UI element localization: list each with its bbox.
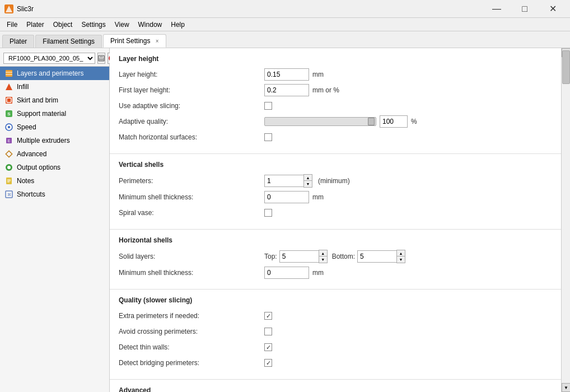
sidebar-item-notes[interactable]: Notes (0, 174, 109, 188)
perimeters-spinner: ▲ ▼ (264, 174, 312, 188)
layer-height-input[interactable] (264, 68, 309, 81)
section-quality-title: Quality (slower slicing) (119, 296, 552, 304)
scrollbar-down-arrow[interactable]: ▼ (562, 383, 570, 392)
top-layers-input[interactable] (279, 250, 319, 263)
menu-file[interactable]: File (2, 20, 22, 30)
titlebar-left: Slic3r (4, 4, 34, 13)
detect-bridging-checkbox[interactable] (264, 359, 272, 367)
sidebar-label-layers: Layers and perimeters (17, 69, 83, 77)
bottom-layers-group: Bottom: ▲ ▼ (332, 250, 405, 263)
vshell-min-thickness-input[interactable] (264, 191, 309, 203)
top-down-btn[interactable]: ▼ (319, 256, 327, 263)
avoid-crossing-control (264, 328, 272, 335)
vshell-min-thickness-control: mm (264, 191, 324, 203)
spiral-vase-control (264, 209, 272, 217)
sidebar-item-infill[interactable]: Infill (0, 80, 109, 94)
tab-close-icon[interactable]: × (156, 38, 159, 44)
detect-bridging-row: Detect bridging perimeters: (119, 357, 552, 369)
svg-text:S: S (7, 111, 11, 116)
tab-print-settings[interactable]: Print Settings × (103, 34, 166, 48)
tabs-bar: Plater Filament Settings Print Settings … (0, 31, 570, 48)
sidebar-item-skirt[interactable]: Skirt and brim (0, 94, 109, 107)
scrollbar[interactable]: ▲ ▼ (561, 48, 570, 392)
close-button[interactable]: ✕ (540, 1, 566, 17)
adaptive-slicing-row: Use adaptive slicing: (119, 100, 552, 112)
sidebar-item-advanced[interactable]: Advanced (0, 147, 109, 161)
sidebar-item-speed[interactable]: Speed (0, 120, 109, 134)
maximize-button[interactable]: □ (512, 1, 538, 17)
tab-filament[interactable]: Filament Settings (35, 35, 102, 48)
section-layer-height: Layer height Layer height: mm First laye… (110, 48, 561, 154)
match-horizontal-checkbox[interactable] (264, 133, 272, 141)
svg-rect-18 (6, 151, 12, 157)
section-advanced-title: Advanced (119, 386, 552, 392)
avoid-crossing-checkbox[interactable] (264, 328, 272, 335)
menu-view[interactable]: View (110, 20, 134, 30)
svg-point-15 (8, 126, 10, 128)
shortcuts-icon: ⌘ (4, 190, 13, 199)
menu-settings[interactable]: Settings (77, 20, 110, 30)
adaptive-quality-input[interactable] (380, 115, 408, 128)
svg-point-20 (7, 166, 11, 169)
svg-marker-0 (6, 6, 12, 12)
adaptive-slicing-control (264, 102, 272, 110)
minimize-button[interactable]: — (484, 1, 510, 17)
titlebar: Slic3r — □ ✕ (0, 0, 570, 18)
menu-object[interactable]: Object (49, 20, 77, 30)
section-quality: Quality (slower slicing) Extra perimeter… (110, 290, 561, 380)
notes-icon (4, 176, 13, 185)
bottom-up-btn[interactable]: ▲ (397, 250, 405, 256)
bottom-down-btn[interactable]: ▼ (397, 256, 405, 263)
profile-dropdown[interactable]: RF1000_PLA300_200_05_ (3, 53, 95, 64)
perimeters-down-btn[interactable]: ▼ (304, 181, 312, 187)
content-area: Layer height Layer height: mm First laye… (110, 48, 561, 392)
perimeters-input[interactable] (264, 175, 303, 187)
spiral-vase-checkbox[interactable] (264, 209, 272, 217)
hshell-min-thickness-input[interactable] (264, 267, 309, 279)
perimeters-unit: (minimum) (318, 177, 350, 185)
extra-perimeters-row: Extra perimeters if needed: (119, 310, 552, 322)
layers-icon (4, 69, 13, 78)
profile-save-button[interactable] (97, 53, 105, 64)
menu-help[interactable]: Help (166, 20, 189, 30)
content-inner: Layer height Layer height: mm First laye… (110, 48, 561, 392)
adaptive-quality-slider[interactable] (264, 117, 376, 126)
slider-thumb (368, 118, 375, 125)
menu-window[interactable]: Window (134, 20, 167, 30)
sidebar-label-advanced: Advanced (17, 150, 46, 158)
section-vertical-shells: Vertical shells Perimeters: ▲ ▼ (110, 154, 561, 230)
sidebar-item-extruders[interactable]: E Multiple extruders (0, 134, 109, 147)
spiral-vase-label: Spiral vase: (119, 209, 264, 217)
sidebar-item-shortcuts[interactable]: ⌘ Shortcuts (0, 188, 109, 201)
adaptive-slicing-checkbox[interactable] (264, 102, 272, 110)
perimeters-row: Perimeters: ▲ ▼ (minimum) (119, 174, 552, 188)
layer-height-row: Layer height: mm (119, 68, 552, 81)
hshell-min-thickness-control: mm (264, 267, 324, 279)
tab-plater[interactable]: Plater (2, 35, 34, 48)
top-layers-spinner: ▲ ▼ (279, 250, 328, 263)
detect-thin-checkbox[interactable] (264, 343, 272, 351)
extra-perimeters-checkbox[interactable] (264, 312, 272, 320)
first-layer-height-unit: mm or % (312, 86, 339, 94)
app-icon (4, 4, 13, 13)
sidebar-item-support[interactable]: S Support material (0, 107, 109, 120)
menu-plater[interactable]: Plater (22, 20, 48, 30)
first-layer-height-row: First layer height: mm or % (119, 84, 552, 96)
sidebar-label-infill: Infill (17, 83, 29, 91)
top-layers-btns: ▲ ▼ (319, 250, 328, 263)
menubar: File Plater Object Settings View Window … (0, 18, 570, 31)
top-up-btn[interactable]: ▲ (319, 250, 327, 256)
first-layer-height-input[interactable] (264, 84, 309, 96)
advanced-icon (4, 150, 13, 158)
scrollbar-thumb[interactable] (562, 50, 570, 84)
bottom-layers-input[interactable] (357, 250, 396, 263)
sidebar: RF1000_PLA300_200_05_ (0, 48, 110, 392)
extruders-icon: E (4, 136, 13, 145)
perimeters-up-btn[interactable]: ▲ (304, 175, 312, 181)
adaptive-quality-label: Adaptive quality: (119, 118, 264, 125)
sidebar-item-output[interactable]: Output options (0, 161, 109, 174)
adaptive-quality-unit: % (411, 118, 417, 125)
detect-thin-row: Detect thin walls: (119, 341, 552, 353)
sidebar-item-layers[interactable]: Layers and perimeters (0, 67, 109, 80)
sidebar-label-notes: Notes (17, 177, 34, 185)
